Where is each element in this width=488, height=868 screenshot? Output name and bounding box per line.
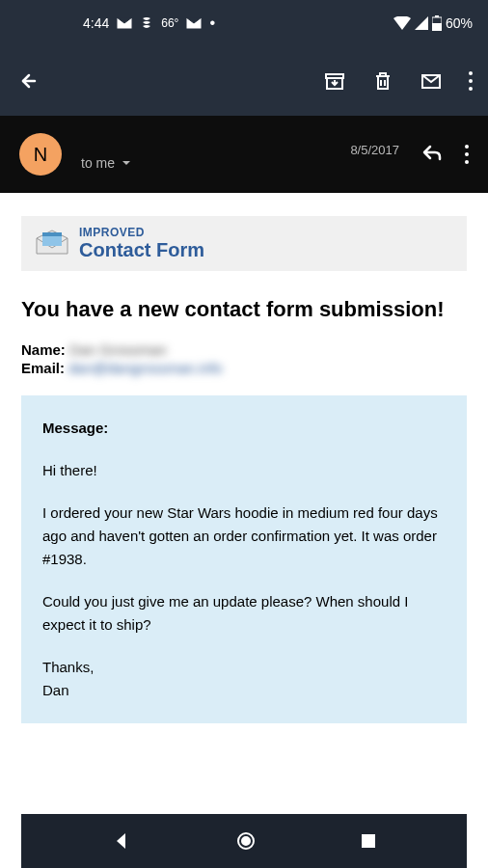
status-battery: 60%	[446, 15, 473, 31]
chevron-down-icon	[121, 157, 132, 169]
svg-rect-1	[435, 15, 439, 17]
nav-home-icon[interactable]	[235, 830, 257, 852]
email-body: IMPROVED Contact Form You have a new con…	[0, 193, 488, 746]
reply-icon[interactable]	[420, 141, 444, 168]
nav-recent-icon[interactable]	[360, 832, 377, 850]
app-bar	[0, 46, 488, 116]
mail-icon[interactable]	[420, 70, 442, 92]
svg-rect-7	[42, 232, 62, 236]
more-icon[interactable]	[465, 145, 469, 164]
svg-rect-10	[362, 834, 375, 848]
signal-icon	[415, 16, 428, 30]
message-p5: Dan	[42, 679, 446, 702]
banner-line1: IMPROVED	[79, 226, 204, 239]
message-p4: Thanks,	[42, 656, 446, 679]
status-left: 4:44 66° •	[83, 14, 215, 32]
email-value: dan@dangrossman.info	[68, 360, 223, 376]
nav-bar	[21, 814, 467, 868]
name-value: Dan Grossman	[69, 341, 167, 358]
banner: IMPROVED Contact Form	[21, 216, 467, 271]
status-right: 60%	[393, 15, 473, 31]
contact-meta: Name: Dan Grossman Email: dan@dangrossma…	[21, 341, 467, 376]
recipient-label: to me	[81, 155, 115, 171]
more-icon[interactable]	[469, 71, 473, 91]
banner-line2: Contact Form	[79, 239, 204, 261]
message-p3: Could you just give me an update please?…	[42, 590, 446, 637]
back-icon[interactable]	[15, 69, 39, 93]
archive-icon[interactable]	[324, 70, 345, 92]
message-body: Hi there! I ordered your new Star Wars h…	[42, 459, 446, 702]
envelope-icon	[186, 17, 202, 29]
message-p1: Hi there!	[42, 459, 446, 482]
name-label: Name:	[21, 341, 66, 358]
email-date: 8/5/2017	[350, 143, 399, 157]
email-subject: You have a new contact form submission!	[21, 296, 467, 324]
svg-point-9	[242, 837, 250, 845]
status-temp: 66°	[161, 16, 178, 30]
message-box: Message: Hi there! I ordered your new St…	[21, 395, 467, 723]
message-label: Message:	[42, 417, 446, 440]
envelope-icon	[35, 229, 69, 259]
status-time: 4:44	[83, 15, 109, 31]
battery-icon	[432, 15, 442, 31]
svg-rect-2	[432, 23, 442, 31]
email-label: Email:	[21, 360, 65, 376]
status-bar: 4:44 66° • 60%	[0, 0, 488, 46]
avatar[interactable]: N	[19, 133, 62, 176]
message-p2: I ordered your new Star Wars hoodie in m…	[42, 502, 446, 571]
trash-icon[interactable]	[372, 70, 393, 92]
app-icon	[140, 16, 153, 30]
envelope-icon	[117, 17, 132, 29]
nav-back-icon[interactable]	[111, 830, 132, 852]
recipient-dropdown[interactable]: to me	[81, 155, 132, 171]
email-header: N to me 8/5/2017	[0, 116, 488, 193]
avatar-letter: N	[34, 144, 47, 166]
wifi-icon	[393, 16, 411, 30]
dot-icon: •	[209, 14, 215, 32]
